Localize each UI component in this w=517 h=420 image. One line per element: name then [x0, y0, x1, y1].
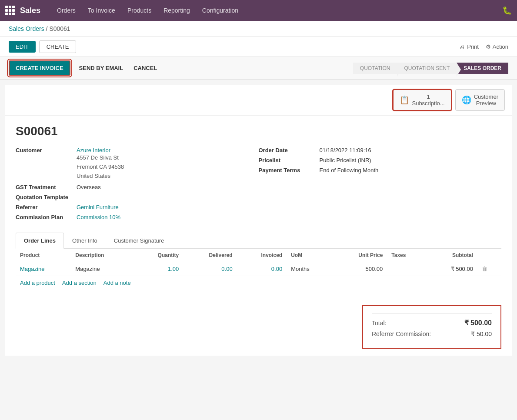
- table-footer-links: Add a product Add a section Add a note: [16, 276, 501, 290]
- col-subtotal: Subtotal: [426, 249, 477, 262]
- breadcrumb-current: S00061: [49, 25, 70, 32]
- quotation-template-label: Quotation Template: [16, 194, 77, 200]
- customer-preview-button[interactable]: 🌐 Customer Preview: [455, 89, 505, 111]
- commission-plan-label: Commission Plan: [16, 214, 77, 220]
- order-date-value: 01/18/2022 11:09:16: [320, 147, 371, 153]
- commission-plan-row: Commission Plan Commission 10%: [16, 214, 259, 220]
- nav-to-invoice[interactable]: To Invoice: [82, 0, 121, 21]
- add-note-link[interactable]: Add a note: [103, 280, 131, 286]
- create-invoice-button[interactable]: CREATE INVOICE: [9, 60, 70, 76]
- apps-icon[interactable]: [5, 6, 15, 15]
- pricelist-label: Pricelist: [259, 157, 320, 163]
- globe-icon: 🌐: [462, 95, 471, 105]
- referrer-label: Referrer: [16, 204, 77, 210]
- payment-terms-row: Payment Terms End of Following Month: [259, 167, 502, 173]
- nav-configuration[interactable]: Configuration: [196, 0, 244, 21]
- subscription-number: 1: [412, 93, 444, 100]
- payment-terms-value: End of Following Month: [320, 167, 379, 173]
- cancel-button[interactable]: CANCEL: [132, 62, 159, 74]
- order-date-label: Order Date: [259, 147, 320, 153]
- total-value: ₹ 500.00: [464, 319, 492, 327]
- action-label: Action: [493, 43, 508, 50]
- commission-plan-value[interactable]: Commission 10%: [77, 214, 120, 220]
- totals-box: Total: ₹ 500.00 Referrer Commission: ₹ 5…: [362, 305, 501, 349]
- status-quotation-sent[interactable]: QUOTATION SENT: [397, 63, 457, 74]
- status-bar: QUOTATION QUOTATION SENT SALES ORDER: [353, 63, 508, 74]
- customer-row: Customer Azure Interior 4557 De Silva St…: [16, 147, 259, 180]
- table-row: Magazine Magazine 1.00 0.00 0.00 Months …: [16, 262, 501, 276]
- cell-delete[interactable]: 🗑: [477, 262, 501, 276]
- add-section-link[interactable]: Add a section: [62, 280, 97, 286]
- print-button[interactable]: 🖨 Print: [460, 43, 479, 50]
- referrer-value[interactable]: Gemini Furniture: [77, 204, 119, 210]
- cell-description: Magazine: [71, 262, 133, 276]
- send-by-email-button[interactable]: SEND BY EMAIL: [77, 62, 125, 74]
- toolbar: EDIT CREATE 🖨 Print ⚙ Action: [0, 37, 517, 57]
- customer-preview-top: Customer: [474, 93, 498, 100]
- action-button[interactable]: ⚙ Action: [486, 43, 508, 50]
- tabs-container: Order Lines Other Info Customer Signatur…: [16, 233, 501, 249]
- customer-label: Customer: [16, 147, 77, 180]
- add-product-link[interactable]: Add a product: [20, 280, 55, 286]
- subscription-count: 1 Subscriptio...: [412, 93, 444, 107]
- customer-preview-sub: Preview: [474, 100, 498, 107]
- gst-value: Overseas: [77, 184, 101, 190]
- create-button[interactable]: CREATE: [39, 40, 77, 53]
- cell-invoiced: 0.00: [237, 262, 287, 276]
- customer-country: United States: [77, 172, 124, 181]
- customer-name[interactable]: Azure Interior: [77, 147, 124, 153]
- print-icon: 🖨: [460, 43, 465, 50]
- cell-uom: Months: [287, 262, 332, 276]
- cell-product: Magazine: [16, 262, 71, 276]
- cell-quantity: 1.00: [133, 262, 183, 276]
- tab-other-info[interactable]: Other Info: [64, 233, 106, 248]
- col-taxes: Taxes: [387, 249, 426, 262]
- action-bar: CREATE INVOICE SEND BY EMAIL CANCEL QUOT…: [0, 57, 517, 80]
- customer-address2: Fremont CA 94538: [77, 163, 124, 172]
- nav-products[interactable]: Products: [121, 0, 157, 21]
- edit-button[interactable]: EDIT: [9, 41, 36, 53]
- nav-orders[interactable]: Orders: [51, 0, 82, 21]
- col-quantity: Quantity: [133, 249, 183, 262]
- customer-address1: 4557 De Silva St: [77, 153, 124, 163]
- pricelist-value: Public Pricelist (INR): [320, 157, 371, 163]
- top-nav: Sales Orders To Invoice Products Reporti…: [0, 0, 517, 21]
- nav-right: 🐛: [502, 6, 512, 15]
- cell-unit-price: 500.00: [332, 262, 387, 276]
- col-uom: UoM: [287, 249, 332, 262]
- nav-reporting[interactable]: Reporting: [157, 0, 196, 21]
- customer-preview-label: Customer Preview: [474, 93, 498, 107]
- col-actions: [477, 249, 501, 262]
- form-col-right: Order Date 01/18/2022 11:09:16 Pricelist…: [259, 147, 502, 224]
- col-unit-price: Unit Price: [332, 249, 387, 262]
- gst-row: GST Treatment Overseas: [16, 184, 259, 190]
- commission-label: Referrer Commission:: [372, 330, 431, 337]
- payment-terms-label: Payment Terms: [259, 167, 320, 173]
- tab-order-lines[interactable]: Order Lines: [16, 233, 64, 249]
- customer-value: Azure Interior 4557 De Silva St Fremont …: [77, 147, 124, 180]
- nav-links: Orders To Invoice Products Reporting Con…: [51, 0, 502, 21]
- status-quotation[interactable]: QUOTATION: [353, 63, 397, 74]
- total-divider: [372, 313, 492, 313]
- form-col-left: Customer Azure Interior 4557 De Silva St…: [16, 147, 259, 224]
- cell-taxes: [387, 262, 426, 276]
- product-link[interactable]: Magazine: [20, 266, 44, 272]
- total-row: Total: ₹ 500.00: [372, 319, 492, 327]
- col-invoiced: Invoiced: [237, 249, 287, 262]
- subscriptions-button[interactable]: 📋 1 Subscriptio...: [393, 89, 451, 111]
- order-date-row: Order Date 01/18/2022 11:09:16: [259, 147, 502, 153]
- order-table: Product Description Quantity Delivered I…: [16, 249, 501, 276]
- cell-subtotal: ₹ 500.00: [426, 262, 477, 276]
- print-label: Print: [467, 43, 479, 50]
- status-sales-order[interactable]: SALES ORDER: [457, 63, 508, 74]
- smart-buttons: 📋 1 Subscriptio... 🌐 Customer Preview: [5, 85, 512, 116]
- breadcrumb: Sales Orders / S00061: [0, 21, 517, 37]
- debug-icon[interactable]: 🐛: [502, 6, 512, 15]
- cell-delivered: 0.00: [183, 262, 237, 276]
- breadcrumb-parent[interactable]: Sales Orders: [9, 25, 44, 32]
- referrer-row: Referrer Gemini Furniture: [16, 204, 259, 210]
- subscription-sublabel: Subscriptio...: [412, 100, 444, 107]
- brand-name[interactable]: Sales: [20, 6, 40, 15]
- tab-customer-signature[interactable]: Customer Signature: [106, 233, 173, 248]
- toolbar-right: 🖨 Print ⚙ Action: [460, 43, 508, 50]
